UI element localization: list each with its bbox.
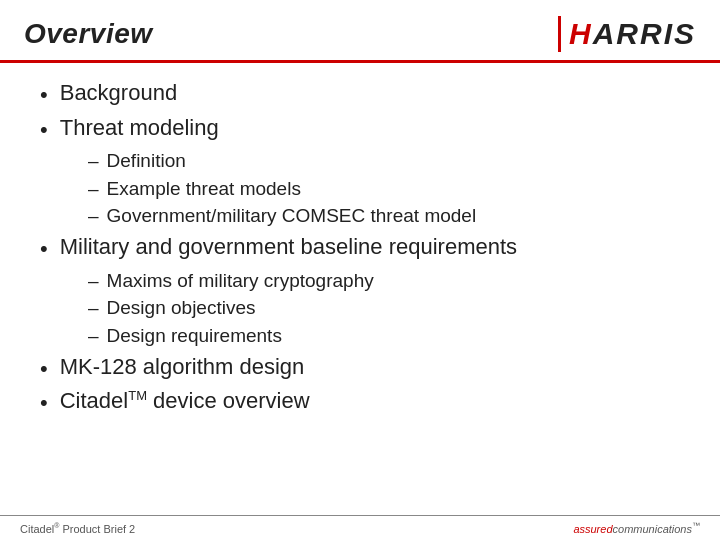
bullet-text-citadel: CitadelTM device overview bbox=[60, 387, 310, 416]
logo-h: H bbox=[569, 17, 593, 50]
footer-assured: assured bbox=[573, 523, 612, 535]
bullet-text-background: Background bbox=[60, 79, 177, 108]
sub-design-requirements: – Design requirements bbox=[88, 323, 680, 349]
sub-dash-maxims: – bbox=[88, 268, 99, 294]
sub-dash-comsec: – bbox=[88, 203, 99, 229]
bullet-background: • Background bbox=[40, 79, 680, 110]
sub-dash-requirements: – bbox=[88, 323, 99, 349]
footer-communications: communications™ bbox=[613, 523, 700, 535]
sub-dash-objectives: – bbox=[88, 295, 99, 321]
bullet-threat-modeling: • Threat modeling bbox=[40, 114, 680, 145]
bullet-dot-mk128: • bbox=[40, 355, 48, 384]
sub-dash-definition: – bbox=[88, 148, 99, 174]
sub-text-comsec: Government/military COMSEC threat model bbox=[107, 203, 477, 229]
sub-text-example: Example threat models bbox=[107, 176, 301, 202]
bullet-military: • Military and government baseline requi… bbox=[40, 233, 680, 264]
header: Overview HARRIS bbox=[0, 0, 720, 60]
content-area: • Background • Threat modeling – Definit… bbox=[0, 71, 720, 515]
footer-tm: ™ bbox=[692, 521, 700, 530]
bullet-dot-threat: • bbox=[40, 116, 48, 145]
bullet-text-mk128: MK-128 algorithm design bbox=[60, 353, 305, 382]
sub-definition: – Definition bbox=[88, 148, 680, 174]
sub-text-definition: Definition bbox=[107, 148, 186, 174]
footer-product-label: Citadel® Product Brief 2 bbox=[20, 522, 135, 535]
sub-example-threat: – Example threat models bbox=[88, 176, 680, 202]
slide-title: Overview bbox=[24, 18, 153, 50]
sub-text-maxims: Maxims of military cryptography bbox=[107, 268, 374, 294]
logo-arris: ARRIS bbox=[593, 17, 696, 50]
sub-dash-example: – bbox=[88, 176, 99, 202]
bullet-mk128: • MK-128 algorithm design bbox=[40, 353, 680, 384]
bullet-text-military: Military and government baseline require… bbox=[60, 233, 517, 262]
bullet-text-threat: Threat modeling bbox=[60, 114, 219, 143]
sub-maxims: – Maxims of military cryptography bbox=[88, 268, 680, 294]
sub-items-military: – Maxims of military cryptography – Desi… bbox=[88, 268, 680, 349]
sub-design-objectives: – Design objectives bbox=[88, 295, 680, 321]
bullet-dot-background: • bbox=[40, 81, 48, 110]
slide: Overview HARRIS • Background • Threat mo… bbox=[0, 0, 720, 540]
sub-text-requirements: Design requirements bbox=[107, 323, 282, 349]
bullet-citadel: • CitadelTM device overview bbox=[40, 387, 680, 418]
logo-red-bar bbox=[558, 16, 561, 52]
sub-items-threat: – Definition – Example threat models – G… bbox=[88, 148, 680, 229]
harris-logo: HARRIS bbox=[569, 17, 696, 51]
bullet-dot-military: • bbox=[40, 235, 48, 264]
sub-comsec: – Government/military COMSEC threat mode… bbox=[88, 203, 680, 229]
logo-container: HARRIS bbox=[558, 16, 696, 52]
header-divider bbox=[0, 60, 720, 63]
footer-tagline: assuredcommunications™ bbox=[573, 521, 700, 535]
footer: Citadel® Product Brief 2 assuredcommunic… bbox=[0, 516, 720, 540]
sub-text-objectives: Design objectives bbox=[107, 295, 256, 321]
bullet-dot-citadel: • bbox=[40, 389, 48, 418]
